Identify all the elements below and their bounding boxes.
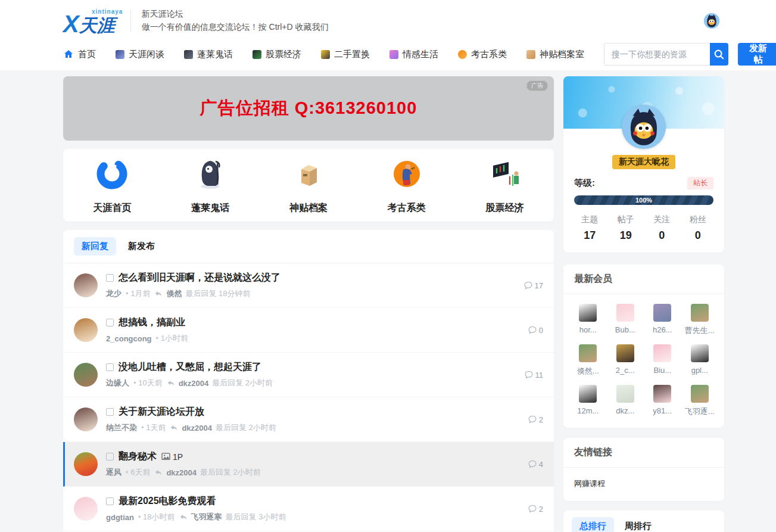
reaper-icon xyxy=(194,157,227,191)
tab-new-posts[interactable]: 新发布 xyxy=(128,237,155,256)
member-item[interactable]: gpl... xyxy=(681,344,719,377)
thread-author-avatar[interactable] xyxy=(74,318,98,342)
member-item[interactable]: 飞羽逐... xyxy=(681,385,719,417)
member-item[interactable]: 2_c... xyxy=(607,344,644,377)
member-avatar[interactable] xyxy=(653,344,671,362)
thread-checkbox-icon[interactable] xyxy=(106,274,114,282)
nav-item-stock-economy[interactable]: 股票经济 xyxy=(253,49,301,60)
profile-card: 新天涯大呲花 等级: 站长 100% 主题 17 帖子 19 关注 xyxy=(563,76,724,253)
level-label: 等级: xyxy=(574,178,595,189)
reply-count: 4 xyxy=(521,460,543,469)
last-replier[interactable]: dkz2004 xyxy=(166,468,197,477)
shortcut-archive[interactable]: 神贴档案 xyxy=(260,157,358,214)
member-item[interactable]: Bub... xyxy=(607,304,644,336)
stat-following[interactable]: 关注 0 xyxy=(644,214,680,242)
member-avatar[interactable] xyxy=(691,304,709,322)
nav-item-emotional-life[interactable]: 情感生活 xyxy=(389,49,438,60)
thread-row[interactable]: 没地儿吐槽，又憋屈，想起天涯了 边缘人 10天前 dkz2004 最后回复 2小… xyxy=(63,353,554,397)
shortcut-tianya-home[interactable]: 天涯首页 xyxy=(63,157,161,214)
nav-item-archive-room[interactable]: 神贴档案室 xyxy=(526,49,584,60)
member-avatar[interactable] xyxy=(579,385,597,403)
site-logo[interactable]: xintinaya X 天涯 xyxy=(63,7,115,35)
thread-row[interactable]: 想搞钱，搞副业 2_congcong 1小时前 0 xyxy=(63,308,554,353)
last-replier[interactable]: dkz2004 xyxy=(182,424,212,433)
thread-checkbox-icon[interactable] xyxy=(106,497,114,505)
thread-author[interactable]: 纳兰不染 xyxy=(106,422,137,433)
last-replier[interactable]: dkz2004 xyxy=(179,379,209,388)
nav-item-archaeology[interactable]: 考古系类 xyxy=(458,49,507,60)
thread-row[interactable]: 翻身秘术 1P 逐风 6天前 dkz2004 最后回复 2小时前 4 xyxy=(63,442,554,487)
thread-row[interactable]: 关于新天涯论坛开放 纳兰不染 1天前 dkz2004 最后回复 2小时前 2 xyxy=(63,397,554,442)
stat-topics[interactable]: 主题 17 xyxy=(572,214,608,242)
archive-box-icon xyxy=(526,50,535,59)
member-item[interactable]: Biu... xyxy=(644,344,681,377)
member-item[interactable]: y81... xyxy=(644,385,681,417)
reply-count: 2 xyxy=(521,415,543,424)
member-avatar[interactable] xyxy=(616,344,634,362)
last-reply-group: dkz2004 最后回复 2小时前 xyxy=(167,378,273,388)
nav-label: 天涯闲谈 xyxy=(129,49,164,60)
thread-author-avatar[interactable] xyxy=(74,452,98,476)
tab-weekly-ranking[interactable]: 周排行 xyxy=(625,517,652,532)
nav-item-second-hand[interactable]: 二手置换 xyxy=(321,49,370,60)
thread-title[interactable]: 怎么看到旧天涯啊，还是说就这么没了 xyxy=(119,272,281,284)
thread-title[interactable]: 关于新天涯论坛开放 xyxy=(119,406,204,418)
thread-author[interactable]: gdgtian xyxy=(106,513,134,522)
shortcut-stock[interactable]: 股票经济 xyxy=(456,157,554,214)
member-item[interactable]: h26... xyxy=(644,304,681,336)
thread-author[interactable]: 龙少 xyxy=(106,288,121,299)
profile-avatar[interactable] xyxy=(622,105,666,149)
thread-checkbox-icon[interactable] xyxy=(106,408,114,416)
member-avatar[interactable] xyxy=(579,344,597,362)
thread-checkbox-icon[interactable] xyxy=(106,363,114,371)
thread-row[interactable]: 最新2025电影免费观看 gdgtian 18小时前 飞羽逐寒 最后回复 3小时… xyxy=(63,487,554,531)
nav-label: 情感生活 xyxy=(403,49,438,60)
member-avatar[interactable] xyxy=(579,304,597,322)
reply-count: 11 xyxy=(518,371,544,379)
shortcut-archaeology[interactable]: 考古系类 xyxy=(357,157,456,214)
thread-author[interactable]: 边缘人 xyxy=(106,378,129,388)
friend-link[interactable]: 网赚课程 xyxy=(574,479,605,488)
thread-author-avatar[interactable] xyxy=(74,407,98,431)
thread-author[interactable]: 2_congcong xyxy=(106,334,152,343)
thread-row[interactable]: 怎么看到旧天涯啊，还是说就这么没了 龙少 1月前 倏然 最后回复 18分钟前 1… xyxy=(63,263,554,308)
nav-item-tianya-chat[interactable]: 天涯闲谈 xyxy=(116,49,164,60)
thread-title[interactable]: 最新2025电影免费观看 xyxy=(119,495,216,508)
search-button[interactable] xyxy=(710,43,728,66)
shortcut-ghost-tales[interactable]: 蓬莱鬼话 xyxy=(161,157,260,214)
thread-checkbox-icon[interactable] xyxy=(106,453,114,461)
member-item[interactable]: dkz... xyxy=(607,385,644,417)
thread-title[interactable]: 想搞钱，搞副业 xyxy=(119,316,185,329)
thread-author-avatar[interactable] xyxy=(74,497,98,521)
member-avatar[interactable] xyxy=(691,385,709,403)
last-replier[interactable]: 倏然 xyxy=(166,288,182,299)
search-input[interactable] xyxy=(604,43,710,66)
stat-followers[interactable]: 粉丝 0 xyxy=(680,214,716,242)
new-post-button[interactable]: 发新帖 xyxy=(738,43,776,66)
tab-new-replies[interactable]: 新回复 xyxy=(74,237,116,256)
member-item[interactable]: 12m... xyxy=(569,385,607,417)
nav-item-home[interactable]: 首页 xyxy=(63,49,96,60)
member-avatar[interactable] xyxy=(653,304,671,322)
member-name: Bub... xyxy=(615,325,635,334)
member-item[interactable]: hor... xyxy=(569,304,607,336)
ad-banner[interactable]: 广告位招租 Q:3613260100 广告 xyxy=(63,76,554,141)
thread-author-avatar[interactable] xyxy=(74,363,98,387)
member-item[interactable]: 曹先生... xyxy=(681,304,719,336)
member-avatar[interactable] xyxy=(616,385,634,403)
thread-author[interactable]: 逐风 xyxy=(106,467,121,478)
stat-posts[interactable]: 帖子 19 xyxy=(608,214,644,242)
tab-overall-ranking[interactable]: 总排行 xyxy=(572,517,614,532)
thread-checkbox-icon[interactable] xyxy=(106,319,114,326)
thread-author-avatar[interactable] xyxy=(74,273,98,297)
profile-username-badge[interactable]: 新天涯大呲花 xyxy=(612,155,675,169)
member-avatar[interactable] xyxy=(616,304,634,322)
user-avatar[interactable] xyxy=(704,13,719,29)
nav-item-ghost-tales[interactable]: 蓬莱鬼话 xyxy=(184,49,233,60)
member-avatar[interactable] xyxy=(653,385,671,403)
thread-title[interactable]: 翻身秘术 xyxy=(119,450,157,463)
member-item[interactable]: 倏然... xyxy=(569,344,607,377)
member-avatar[interactable] xyxy=(691,344,709,362)
last-replier[interactable]: 飞羽逐寒 xyxy=(191,512,222,522)
thread-title[interactable]: 没地儿吐槽，又憋屈，想起天涯了 xyxy=(119,361,261,374)
